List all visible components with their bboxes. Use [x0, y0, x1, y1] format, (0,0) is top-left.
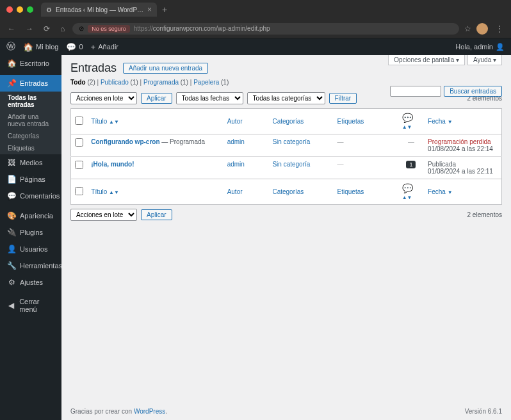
forward-button[interactable]: →: [23, 23, 36, 35]
menu-collapse[interactable]: ◀Cerrar menú: [0, 294, 61, 317]
menu-users[interactable]: 👤Usuarios: [0, 241, 61, 257]
wp-admin-bar: ⓦ 🏠 Mi blog 💬 0 + Añadir Hola, admin 👤: [0, 38, 511, 55]
menu-plugins[interactable]: 🔌Plugins: [0, 224, 61, 241]
plus-icon: +: [91, 42, 96, 52]
sort-icon: ▼: [448, 190, 453, 195]
page-title: Entradas: [70, 61, 117, 75]
category-link[interactable]: Sin categoría: [272, 138, 310, 145]
filter-all[interactable]: Todo: [70, 79, 86, 86]
col-title-foot[interactable]: Título ▲▼: [87, 179, 223, 205]
wordpress-link[interactable]: WordPress: [134, 408, 165, 415]
add-new-link[interactable]: + Añadir: [91, 42, 118, 52]
comment-icon: 💬: [66, 42, 76, 52]
page-icon: 📄: [7, 175, 16, 184]
footer-version: Versión 6.6.1: [465, 408, 502, 415]
comment-count-badge[interactable]: 1: [406, 161, 416, 168]
col-tags: Etiquetas: [334, 109, 398, 134]
tab-title: Entradas ‹ Mi blog — WordP…: [56, 6, 143, 13]
category-link[interactable]: Sin categoría: [272, 161, 310, 168]
menu-dashboard[interactable]: 🏠Escritorio: [0, 55, 61, 72]
row-checkbox[interactable]: [75, 138, 83, 147]
sort-icon: ▲▼: [109, 190, 119, 195]
profile-avatar[interactable]: [476, 23, 488, 35]
filter-published[interactable]: Publicado: [101, 79, 129, 86]
dashboard-icon: 🏠: [7, 59, 16, 68]
menu-pages[interactable]: 📄Páginas: [0, 171, 61, 188]
admin-sidebar: 🏠Escritorio 📌Entradas Todas las entradas…: [0, 55, 61, 420]
user-greeting[interactable]: Hola, admin 👤: [455, 43, 505, 51]
submenu-tags[interactable]: Etiquetas: [0, 142, 61, 154]
date-filter-select[interactable]: Todas las fechas: [176, 92, 243, 104]
filter-button[interactable]: Filtrar: [329, 93, 357, 104]
post-title-link[interactable]: ¡Hola, mundo!: [91, 161, 134, 168]
tools-icon: 🔧: [7, 261, 16, 270]
submenu-add-post[interactable]: Añadir una nueva entrada: [0, 111, 61, 130]
menu-comments[interactable]: 💬Comentarios: [0, 188, 61, 204]
select-all-checkbox[interactable]: [75, 117, 83, 125]
wp-logo-icon[interactable]: ⓦ: [6, 41, 15, 52]
add-new-button[interactable]: Añadir una nueva entrada: [123, 63, 208, 74]
search-button[interactable]: Buscar entradas: [444, 86, 502, 97]
window-controls: [6, 6, 33, 13]
post-title-link[interactable]: Configurando wp-cron: [91, 138, 159, 145]
maximize-window[interactable]: [27, 6, 33, 13]
apply-bulk-button[interactable]: Aplicar: [141, 93, 172, 104]
tags-dash: —: [337, 138, 344, 145]
search-box: Buscar entradas: [390, 86, 502, 97]
filter-trash[interactable]: Papelera: [193, 79, 219, 86]
col-date-foot[interactable]: Fecha ▼: [424, 179, 501, 205]
menu-settings[interactable]: ⚙Ajustes: [0, 274, 61, 291]
col-tags-foot: Etiquetas: [334, 179, 398, 205]
back-button[interactable]: ←: [5, 23, 18, 35]
menu-media[interactable]: 🖼Medios: [0, 154, 61, 171]
help-button[interactable]: Ayuda ▾: [467, 55, 502, 65]
comments-link[interactable]: 💬 0: [66, 42, 83, 52]
address-bar[interactable]: ⊘ No es seguro https://configurarwpcron.…: [72, 23, 459, 35]
select-all-checkbox-bottom[interactable]: [75, 187, 83, 195]
tablenav-bottom: Acciones en lote Aplicar 2 elementos: [61, 206, 511, 223]
posts-submenu: Todas las entradas Añadir una nueva entr…: [0, 92, 61, 154]
bulk-actions-select[interactable]: Acciones en lote: [70, 92, 137, 104]
menu-appearance[interactable]: 🎨Apariencia: [0, 207, 61, 224]
content-area: Opciones de pantalla ▾ Ayuda ▾ Entradas …: [61, 55, 511, 420]
home-icon: 🏠: [23, 42, 33, 52]
author-link[interactable]: admin: [227, 138, 245, 145]
site-name-link[interactable]: 🏠 Mi blog: [23, 42, 58, 52]
menu-icon[interactable]: ⋮: [493, 23, 506, 35]
menu-tools[interactable]: 🔧Herramientas: [0, 257, 61, 274]
users-icon: 👤: [7, 245, 16, 254]
new-tab-button[interactable]: +: [162, 4, 167, 15]
bookmark-icon[interactable]: ☆: [464, 24, 471, 33]
close-tab-icon[interactable]: ×: [147, 5, 152, 14]
date-status: Publicada: [428, 161, 456, 168]
reload-button[interactable]: ⟳: [41, 23, 53, 35]
menu-posts[interactable]: 📌Entradas: [0, 75, 61, 92]
submenu-all-posts[interactable]: Todas las entradas: [0, 92, 61, 111]
submenu-categories[interactable]: Categorías: [0, 130, 61, 142]
col-comments-foot[interactable]: 💬 ▲▼: [398, 179, 424, 205]
home-button[interactable]: ⌂: [58, 23, 67, 35]
sort-icon: ▲▼: [402, 195, 412, 200]
search-input[interactable]: [390, 86, 441, 97]
minimize-window[interactable]: [17, 6, 23, 13]
category-filter-select[interactable]: Todas las categorías: [247, 92, 325, 104]
col-author-foot: Autor: [223, 179, 269, 205]
comment-header-icon: 💬: [402, 183, 413, 193]
security-warning: No es seguro: [88, 25, 130, 33]
browser-tab[interactable]: ⚙ Entradas ‹ Mi blog — WordP… ×: [41, 3, 157, 17]
close-window[interactable]: [6, 6, 13, 13]
post-status: — Programada: [160, 138, 206, 145]
bulk-actions-select-bottom[interactable]: Acciones en lote: [70, 209, 137, 221]
col-categories: Categorías: [268, 109, 333, 134]
filter-scheduled[interactable]: Programada: [143, 79, 179, 86]
row-checkbox[interactable]: [75, 161, 83, 169]
col-date[interactable]: Fecha ▼: [424, 109, 501, 134]
posts-table: Título ▲▼ Autor Categorías Etiquetas 💬 ▲…: [70, 108, 502, 205]
col-title[interactable]: Título ▲▼: [87, 109, 223, 134]
items-count-bottom: 2 elementos: [467, 211, 502, 218]
col-comments[interactable]: 💬 ▲▼: [398, 109, 424, 134]
screen-options-button[interactable]: Opciones de pantalla ▾: [388, 55, 465, 65]
author-link[interactable]: admin: [227, 161, 245, 168]
table-row: Configurando wp-cron — Programada admin …: [71, 134, 502, 157]
apply-bulk-button-bottom[interactable]: Aplicar: [141, 209, 172, 220]
